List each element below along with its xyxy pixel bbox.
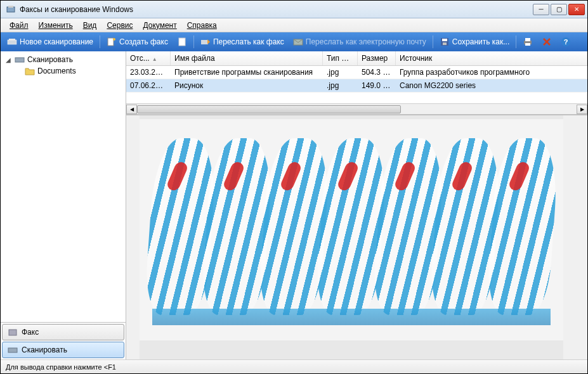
svg-rect-17 [15,58,24,62]
svg-rect-13 [525,38,530,41]
maximize-button[interactable]: ▢ [551,4,567,15]
tree-child-documents[interactable]: Documents [22,65,123,77]
save-icon [440,37,450,47]
col-header-date[interactable]: Отс...▲ [126,51,171,65]
menu-document[interactable]: Документ [138,20,181,31]
svg-rect-6 [179,38,185,46]
svg-rect-11 [443,42,447,45]
fax-icon [107,37,117,47]
cell-date: 23.03.201... [126,66,171,79]
help-button[interactable]: ? [557,35,575,49]
titlebar: Факсы и сканирование Windows ─ ▢ ✕ [1,1,587,18]
svg-rect-1 [8,6,13,8]
content-area: Отс...▲ Имя файла Тип фа... Размер Источ… [126,51,587,359]
menu-help[interactable]: Справка [182,20,222,31]
email-icon [293,37,303,47]
print-button[interactable] [519,35,537,49]
svg-rect-10 [442,39,447,41]
scanner-small-icon-2 [8,345,18,354]
svg-rect-14 [525,43,530,46]
col-header-name[interactable]: Имя файла [171,51,323,65]
table-row[interactable]: 07.06.201... Рисунок .jpg 149.0 КБ Canon… [126,79,587,93]
cell-name: Приветствие программы сканирования [171,66,323,79]
scanner-small-icon [15,55,25,64]
menubar: Файл Изменить Вид Сервис Документ Справк… [1,18,587,32]
svg-point-5 [113,38,115,41]
horizontal-scrollbar[interactable]: ◀ ▶ [126,103,587,114]
create-fax-label: Создать факс [119,37,168,46]
col-header-size[interactable]: Размер [358,51,396,65]
new-scan-label: Новое сканирование [20,37,93,46]
scroll-track[interactable] [137,105,577,114]
close-button[interactable]: ✕ [568,4,585,15]
help-icon: ? [561,37,571,47]
file-list: Отс...▲ Имя файла Тип фа... Размер Источ… [126,51,587,115]
page-icon [177,37,187,47]
menu-file[interactable]: Файл [4,20,34,31]
cell-name: Рисунок [171,79,323,92]
col-header-source[interactable]: Источник [396,51,587,65]
cell-date: 07.06.201... [126,79,171,92]
forward-email-label: Переслать как электронную почту [306,37,426,46]
tree-child-label: Documents [37,67,76,75]
create-fax-button[interactable]: Создать факс [103,35,172,49]
fax-small-icon [8,328,18,337]
menu-view[interactable]: Вид [78,20,102,31]
col-header-type[interactable]: Тип фа... [323,51,358,65]
table-row[interactable]: 23.03.201... Приветствие программы скани… [126,66,587,79]
sidebar-tab-fax[interactable]: Факс [2,324,124,340]
table-header: Отс...▲ Имя файла Тип фа... Размер Источ… [126,51,587,66]
window-title: Факсы и сканирование Windows [20,5,533,14]
status-help-text: Для вывода справки нажмите <F1 [6,363,116,371]
tree-root-label: Сканировать [27,55,73,64]
statusbar: Для вывода справки нажмите <F1 [1,359,587,373]
cell-type: .jpg [323,66,358,79]
minimize-button[interactable]: ─ [533,4,549,15]
cell-size: 149.0 КБ [358,79,396,92]
delete-button[interactable] [538,35,556,49]
svg-rect-3 [9,39,15,41]
scroll-right-button[interactable]: ▶ [577,105,587,114]
main-area: ◢ Сканировать Documents Факс Сканировать [1,51,587,359]
sidebar: ◢ Сканировать Documents Факс Сканировать [1,51,126,359]
preview-image [140,115,564,359]
forward-fax-label: Переслать как факс [213,37,284,46]
scanner-icon [7,37,17,47]
svg-rect-0 [7,7,15,12]
forward-email-button[interactable]: Переслать как электронную почту [289,35,430,49]
svg-rect-19 [8,348,17,352]
app-icon [6,4,16,15]
cell-size: 504.3 КБ [358,66,396,79]
scroll-left-button[interactable]: ◀ [126,105,137,114]
preview-pane [126,115,587,359]
svg-rect-18 [9,330,16,335]
menu-edit[interactable]: Изменить [34,20,78,31]
table-body: 23.03.201... Приветствие программы скани… [126,66,587,103]
sidebar-tab-scan-label: Сканировать [22,345,67,354]
sort-asc-icon: ▲ [152,56,157,62]
reply-button[interactable] [173,35,191,49]
tree-root-scan[interactable]: ◢ Сканировать [3,54,123,65]
cell-type: .jpg [323,79,358,92]
app-window: Факсы и сканирование Windows ─ ▢ ✕ Файл … [0,0,588,374]
sidebar-tabs: Факс Сканировать [1,322,126,359]
svg-rect-2 [8,40,16,44]
toolbar: Новое сканирование Создать факс Переслат… [1,32,587,51]
save-as-button[interactable]: Сохранить как... [436,35,513,49]
new-scan-button[interactable]: Новое сканирование [3,35,97,49]
svg-rect-4 [108,38,114,46]
cell-source: Группа разработчиков программного [396,66,587,79]
svg-text:?: ? [564,38,568,46]
save-as-label: Сохранить как... [452,37,509,46]
forward-fax-button[interactable]: Переслать как факс [197,35,288,49]
scroll-thumb[interactable] [137,105,401,113]
forward-fax-icon [200,37,211,47]
cell-source: Canon MG2200 series [396,79,587,92]
sidebar-tab-scan[interactable]: Сканировать [2,342,124,358]
menu-tools[interactable]: Сервис [101,20,138,31]
printer-icon [523,37,533,47]
folder-tree: ◢ Сканировать Documents [1,51,126,322]
delete-icon [542,37,552,47]
folder-icon [25,67,35,75]
collapse-icon[interactable]: ◢ [6,56,12,63]
